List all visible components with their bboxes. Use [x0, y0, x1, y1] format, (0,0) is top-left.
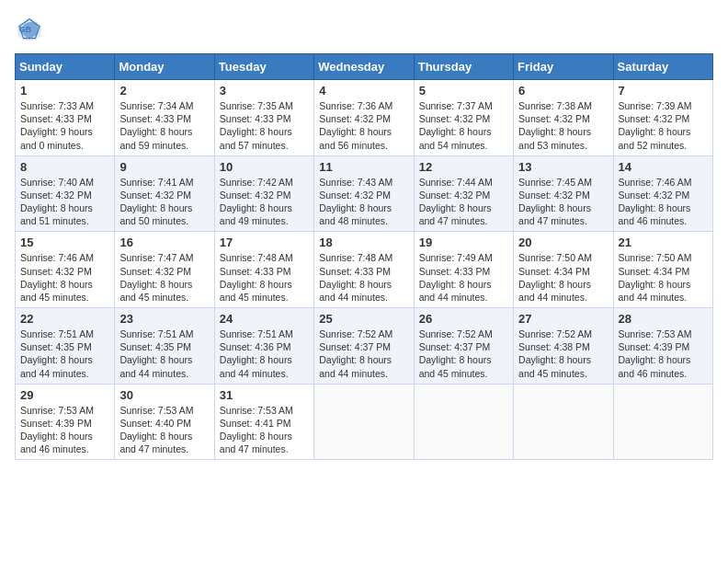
cell-sunrise: Sunrise: 7:40 AM: [20, 177, 94, 188]
cell-daylight: Daylight: 8 hours and 45 minutes.: [419, 354, 492, 378]
day-number: 7: [619, 84, 708, 98]
day-number: 26: [419, 312, 508, 326]
cell-sunrise: Sunrise: 7:51 AM: [119, 328, 193, 339]
calendar-cell: 6 Sunrise: 7:38 AM Sunset: 4:32 PM Dayli…: [514, 80, 613, 156]
day-number: 14: [619, 160, 708, 174]
cell-sunset: Sunset: 4:41 PM: [220, 418, 291, 429]
cell-sunset: Sunset: 4:33 PM: [119, 113, 191, 124]
cell-sunrise: Sunrise: 7:53 AM: [619, 328, 692, 339]
cell-sunrise: Sunrise: 7:39 AM: [619, 100, 692, 111]
day-number: 12: [419, 160, 508, 174]
cell-sunrise: Sunrise: 7:53 AM: [20, 405, 94, 416]
day-number: 10: [220, 160, 309, 174]
calendar-cell: 30 Sunrise: 7:53 AM Sunset: 4:40 PM Dayl…: [115, 384, 214, 460]
day-number: 25: [319, 312, 408, 326]
calendar-cell: 27 Sunrise: 7:52 AM Sunset: 4:38 PM Dayl…: [514, 308, 613, 385]
cell-sunrise: Sunrise: 7:44 AM: [419, 177, 493, 188]
calendar-cell: 4 Sunrise: 7:36 AM Sunset: 4:32 PM Dayli…: [314, 80, 414, 156]
calendar-cell: 22 Sunrise: 7:51 AM Sunset: 4:35 PM Dayl…: [16, 308, 115, 385]
cell-daylight: Daylight: 8 hours and 44 minutes.: [518, 279, 591, 303]
calendar-cell: 25 Sunrise: 7:52 AM Sunset: 4:37 PM Dayl…: [314, 308, 414, 385]
cell-sunset: Sunset: 4:35 PM: [119, 341, 191, 352]
cell-sunrise: Sunrise: 7:48 AM: [220, 252, 293, 263]
cell-daylight: Daylight: 8 hours and 47 minutes.: [419, 202, 492, 226]
calendar-table: Sunday Monday Tuesday Wednesday Thursday…: [15, 53, 713, 460]
cell-daylight: Daylight: 8 hours and 54 minutes.: [419, 126, 492, 150]
day-number: 29: [20, 388, 109, 402]
week-row-3: 15 Sunrise: 7:46 AM Sunset: 4:32 PM Dayl…: [16, 232, 713, 308]
cell-sunset: Sunset: 4:40 PM: [119, 418, 191, 429]
day-number: 6: [518, 84, 608, 98]
day-number: 2: [119, 84, 209, 98]
calendar-cell: 11 Sunrise: 7:43 AM Sunset: 4:32 PM Dayl…: [314, 155, 414, 232]
cell-sunrise: Sunrise: 7:37 AM: [419, 100, 493, 111]
cell-sunset: Sunset: 4:38 PM: [518, 341, 590, 352]
cell-sunset: Sunset: 4:39 PM: [20, 418, 92, 429]
col-friday: Friday: [514, 54, 613, 80]
cell-sunrise: Sunrise: 7:47 AM: [119, 252, 193, 263]
cell-sunset: Sunset: 4:33 PM: [220, 266, 291, 277]
day-number: 9: [119, 160, 209, 174]
cell-sunrise: Sunrise: 7:43 AM: [319, 177, 392, 188]
cell-sunset: Sunset: 4:32 PM: [419, 190, 491, 201]
cell-daylight: Daylight: 8 hours and 46 minutes.: [20, 431, 93, 454]
cell-sunset: Sunset: 4:32 PM: [319, 190, 391, 201]
cell-sunrise: Sunrise: 7:52 AM: [319, 328, 392, 339]
day-number: 22: [20, 312, 109, 326]
cell-sunset: Sunset: 4:33 PM: [419, 266, 491, 277]
cell-sunset: Sunset: 4:32 PM: [619, 113, 690, 124]
cell-sunrise: Sunrise: 7:48 AM: [319, 252, 392, 263]
cell-daylight: Daylight: 8 hours and 47 minutes.: [518, 202, 591, 226]
cell-daylight: Daylight: 8 hours and 51 minutes.: [20, 202, 93, 226]
calendar-cell: 19 Sunrise: 7:49 AM Sunset: 4:33 PM Dayl…: [414, 232, 513, 308]
cell-sunrise: Sunrise: 7:49 AM: [419, 252, 493, 263]
cell-daylight: Daylight: 8 hours and 45 minutes.: [20, 279, 93, 303]
calendar-cell: 28 Sunrise: 7:53 AM Sunset: 4:39 PM Dayl…: [613, 308, 712, 385]
header: GB: [15, 15, 713, 44]
cell-sunset: Sunset: 4:34 PM: [619, 266, 690, 277]
cell-sunrise: Sunrise: 7:50 AM: [619, 252, 692, 263]
day-number: 30: [119, 388, 209, 402]
calendar-cell: 2 Sunrise: 7:34 AM Sunset: 4:33 PM Dayli…: [115, 80, 214, 156]
calendar-cell: 17 Sunrise: 7:48 AM Sunset: 4:33 PM Dayl…: [214, 232, 313, 308]
cell-sunset: Sunset: 4:37 PM: [319, 341, 391, 352]
day-number: 5: [419, 84, 508, 98]
cell-sunset: Sunset: 4:36 PM: [220, 341, 291, 352]
cell-sunset: Sunset: 4:32 PM: [619, 190, 690, 201]
cell-daylight: Daylight: 8 hours and 49 minutes.: [220, 202, 292, 226]
day-number: 8: [20, 160, 109, 174]
calendar-cell: 29 Sunrise: 7:53 AM Sunset: 4:39 PM Dayl…: [16, 384, 115, 460]
cell-sunrise: Sunrise: 7:41 AM: [119, 177, 193, 188]
cell-sunset: Sunset: 4:32 PM: [220, 190, 291, 201]
cell-daylight: Daylight: 8 hours and 46 minutes.: [619, 354, 691, 378]
cell-sunrise: Sunrise: 7:46 AM: [619, 177, 692, 188]
header-row: Sunday Monday Tuesday Wednesday Thursday…: [16, 54, 713, 80]
cell-sunset: Sunset: 4:34 PM: [518, 266, 590, 277]
day-number: 21: [619, 236, 708, 249]
day-number: 28: [619, 312, 708, 326]
col-saturday: Saturday: [613, 54, 712, 80]
cell-daylight: Daylight: 8 hours and 47 minutes.: [119, 431, 192, 454]
svg-text:GB: GB: [19, 25, 31, 34]
calendar-cell: 14 Sunrise: 7:46 AM Sunset: 4:32 PM Dayl…: [613, 155, 712, 232]
cell-sunrise: Sunrise: 7:53 AM: [119, 405, 193, 416]
week-row-2: 8 Sunrise: 7:40 AM Sunset: 4:32 PM Dayli…: [16, 155, 713, 232]
cell-daylight: Daylight: 8 hours and 52 minutes.: [619, 126, 691, 150]
cell-sunrise: Sunrise: 7:53 AM: [220, 405, 293, 416]
cell-sunrise: Sunrise: 7:33 AM: [20, 100, 94, 111]
cell-sunrise: Sunrise: 7:52 AM: [518, 328, 592, 339]
cell-sunset: Sunset: 4:32 PM: [518, 113, 590, 124]
cell-daylight: Daylight: 8 hours and 59 minutes.: [119, 126, 192, 150]
day-number: 27: [518, 312, 608, 326]
cell-daylight: Daylight: 8 hours and 44 minutes.: [119, 354, 192, 378]
cell-sunset: Sunset: 4:39 PM: [619, 341, 690, 352]
calendar-cell: 10 Sunrise: 7:42 AM Sunset: 4:32 PM Dayl…: [214, 155, 313, 232]
cell-sunrise: Sunrise: 7:34 AM: [119, 100, 193, 111]
cell-daylight: Daylight: 8 hours and 50 minutes.: [119, 202, 192, 226]
day-number: 24: [220, 312, 309, 326]
cell-daylight: Daylight: 8 hours and 48 minutes.: [319, 202, 392, 226]
week-row-5: 29 Sunrise: 7:53 AM Sunset: 4:39 PM Dayl…: [16, 384, 713, 460]
cell-sunrise: Sunrise: 7:46 AM: [20, 252, 94, 263]
calendar-cell: 20 Sunrise: 7:50 AM Sunset: 4:34 PM Dayl…: [514, 232, 613, 308]
col-wednesday: Wednesday: [314, 54, 414, 80]
